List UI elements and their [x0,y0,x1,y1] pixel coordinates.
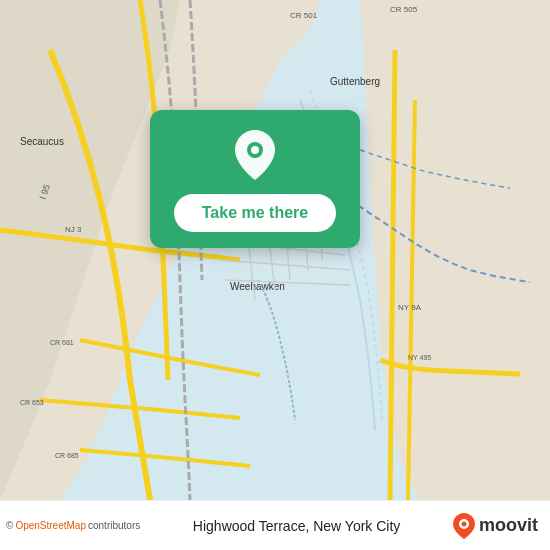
map-background: I 95 NJ 3 CR 681 CR 653 CR 685 NY 9A NY … [0,0,550,500]
osm-credit: © OpenStreetMap contributors [6,520,140,531]
take-me-there-button[interactable]: Take me there [174,194,336,232]
osm-link[interactable]: OpenStreetMap [15,520,86,531]
location-card: Take me there [150,110,360,248]
moovit-pin-icon [453,513,475,539]
location-label: Highwood Terrace, New York City [193,518,401,534]
svg-text:NJ 3: NJ 3 [65,225,82,234]
bottom-bar: © OpenStreetMap contributors Highwood Te… [0,500,550,550]
moovit-logo: moovit [453,513,538,539]
pin-icon-wrapper [228,128,282,182]
svg-text:Guttenberg: Guttenberg [330,76,380,87]
svg-text:Secaucus: Secaucus [20,136,64,147]
osm-copyright-symbol: © [6,520,13,531]
svg-text:NY 495: NY 495 [408,354,431,361]
map-container: I 95 NJ 3 CR 681 CR 653 CR 685 NY 9A NY … [0,0,550,500]
svg-text:CR 685: CR 685 [55,452,79,459]
moovit-brand-text: moovit [479,515,538,536]
svg-text:CR 681: CR 681 [50,339,74,346]
svg-text:NY 9A: NY 9A [398,303,422,312]
svg-text:CR 501: CR 501 [290,11,318,20]
svg-text:CR 653: CR 653 [20,399,44,406]
svg-text:CR 505: CR 505 [390,5,418,14]
svg-point-28 [251,146,259,154]
osm-contributors-text: contributors [88,520,140,531]
svg-point-30 [461,521,466,526]
location-pin-icon [235,130,275,180]
